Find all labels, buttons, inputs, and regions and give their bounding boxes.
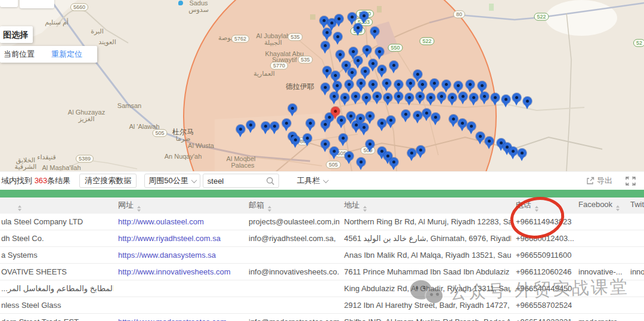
map-pin[interactable] <box>383 93 392 102</box>
map-pin[interactable] <box>345 152 354 160</box>
map-pin[interactable] <box>321 83 330 92</box>
map-pin[interactable] <box>401 110 410 119</box>
map-pin[interactable] <box>333 81 342 90</box>
map-pin[interactable] <box>303 134 312 143</box>
map-pin[interactable] <box>407 149 416 158</box>
column-header[interactable] <box>0 197 113 214</box>
map-pin[interactable] <box>416 146 425 155</box>
map-pin[interactable] <box>469 93 478 102</box>
map-pin[interactable] <box>394 92 403 101</box>
map-pin[interactable] <box>356 114 365 123</box>
search-input[interactable] <box>203 177 266 186</box>
map-pin[interactable] <box>340 93 349 102</box>
map-pin[interactable] <box>448 93 457 102</box>
map-pin[interactable] <box>335 14 343 23</box>
column-header[interactable]: Twitter <box>626 197 644 214</box>
map-pin[interactable] <box>337 116 346 125</box>
map-pin[interactable] <box>449 115 458 124</box>
website-link[interactable]: https://www.danasystems.sa <box>118 251 216 260</box>
toolbar-menu[interactable]: 工具栏 <box>297 175 328 186</box>
website-link[interactable]: http://www.riyadhsteel.com.sa <box>118 234 221 243</box>
map-pin[interactable] <box>480 92 489 101</box>
column-header[interactable]: Facebook <box>574 197 626 214</box>
map-pin[interactable] <box>288 104 297 113</box>
map-pin[interactable] <box>478 81 487 90</box>
website-link[interactable]: http://www.modernstreetes.com <box>118 317 227 321</box>
map-pin[interactable] <box>348 13 357 21</box>
map-pin[interactable] <box>405 93 414 102</box>
table-row[interactable]: ...هيرات المطابخ والمطاعم والمغاسل المرK… <box>0 280 644 297</box>
map-pin[interactable] <box>485 137 494 146</box>
fullscreen-button[interactable] <box>626 177 636 186</box>
map-pin[interactable] <box>467 122 476 131</box>
map-pin[interactable] <box>321 140 330 149</box>
map-canvas[interactable]: Sadusسدوسأم سنليمالبرةالعويندبوصةAl Juba… <box>0 0 644 171</box>
sort-icon[interactable] <box>616 205 620 211</box>
sort-icon[interactable] <box>137 206 141 212</box>
map-pin[interactable] <box>346 112 355 121</box>
column-header[interactable]: 邮箱 <box>244 197 339 214</box>
map-pin[interactable] <box>362 93 371 102</box>
website-link[interactable]: http://www.oulasteel.com <box>118 217 204 226</box>
export-button[interactable]: 导出 <box>586 175 612 186</box>
map-pin[interactable] <box>366 140 374 149</box>
table-row[interactable]: ula Steel Company LTDhttp://www.oulastee… <box>0 214 644 230</box>
map-pin[interactable] <box>377 119 386 128</box>
map-pin[interactable] <box>394 80 403 89</box>
map-pin[interactable] <box>354 56 363 65</box>
map-pin[interactable] <box>336 50 345 59</box>
map-pin[interactable] <box>369 80 377 89</box>
map-pin[interactable] <box>349 47 358 56</box>
map-pin[interactable] <box>413 111 422 120</box>
relocate-button[interactable]: 重新定位 <box>51 49 82 60</box>
map-pin[interactable] <box>386 116 395 125</box>
map-pin[interactable] <box>437 92 446 101</box>
table-row[interactable]: dern Street Trade ESThttp://www.modernst… <box>0 314 644 321</box>
map-pin[interactable] <box>339 134 348 143</box>
table-row[interactable]: a Systemshttps://www.danasystems.saAnas … <box>0 247 644 264</box>
map-pin[interactable] <box>523 97 532 106</box>
map-control-partial[interactable] <box>0 0 18 7</box>
map-pin[interactable] <box>382 79 391 88</box>
map-select-button[interactable]: 图选择 <box>0 26 33 43</box>
map-pin[interactable] <box>476 132 485 141</box>
map-pin[interactable] <box>501 95 510 104</box>
map-pin[interactable] <box>323 66 332 75</box>
map-pin[interactable] <box>512 93 521 102</box>
radius-select[interactable]: 周围50公里 <box>144 174 200 188</box>
table-row[interactable]: dh Steel Co.http://www.riyadhsteel.com.s… <box>0 230 644 247</box>
map-pin[interactable] <box>430 79 439 88</box>
map-pin[interactable] <box>431 113 440 122</box>
column-header[interactable]: 地址 <box>339 197 511 214</box>
selected-location-pin[interactable] <box>331 107 340 116</box>
table-row[interactable]: OVATIVE SHEETShttp://www.innovativesheet… <box>0 264 644 280</box>
map-pin[interactable] <box>458 119 467 128</box>
map-pin[interactable] <box>330 92 339 101</box>
map-pin[interactable] <box>416 92 425 101</box>
map-pin[interactable] <box>369 59 377 68</box>
map-pin[interactable] <box>406 79 415 88</box>
map-pin[interactable] <box>360 11 369 20</box>
map-pin[interactable] <box>422 109 431 118</box>
map-pin[interactable] <box>518 149 527 158</box>
map-pin[interactable] <box>389 61 398 70</box>
sort-icon[interactable] <box>535 206 538 212</box>
search-icon[interactable] <box>266 177 275 186</box>
map-pin[interactable] <box>491 93 500 102</box>
sort-icon[interactable] <box>18 205 21 211</box>
map-pin[interactable] <box>306 119 315 128</box>
map-pin[interactable] <box>454 81 463 90</box>
map-pin[interactable] <box>357 158 366 166</box>
map-pin[interactable] <box>418 80 427 89</box>
map-pin[interactable] <box>375 47 384 56</box>
map-pin[interactable] <box>323 28 332 37</box>
map-pin[interactable] <box>361 67 370 76</box>
map-pin[interactable] <box>389 158 398 166</box>
map-pin[interactable] <box>413 70 422 79</box>
map-pin[interactable] <box>291 135 300 144</box>
map-pin[interactable] <box>331 71 340 80</box>
map-pin[interactable] <box>366 112 374 121</box>
clear-search-button[interactable]: 清空搜索数据 <box>79 174 137 188</box>
map-pin[interactable] <box>270 122 279 131</box>
sort-icon[interactable] <box>363 206 367 212</box>
